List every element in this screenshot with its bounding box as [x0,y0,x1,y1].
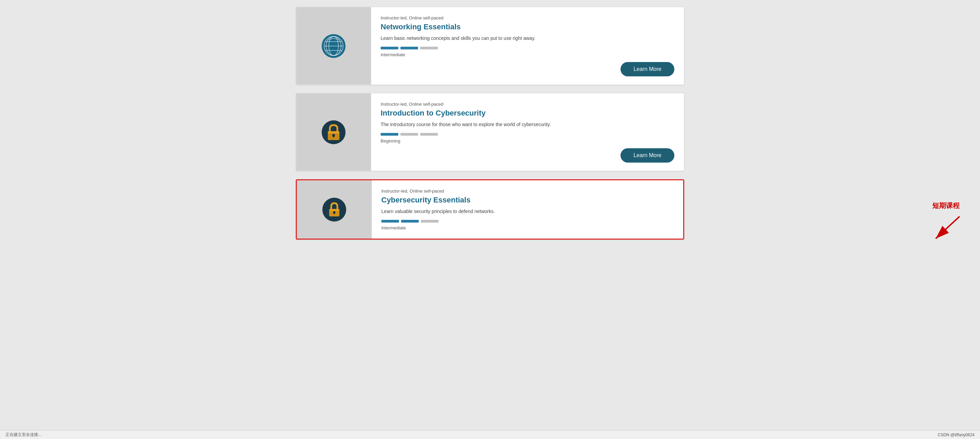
course-title-cybersecurity-essentials: Cybersecurity Essentials [381,196,674,205]
svg-line-16 [936,216,959,239]
card-footer: Learn More [380,143,675,162]
difficulty-label-intro-cybersecurity: Beginning [380,138,675,143]
course-content-networking-essentials: Instructor-led, Online self-paced Networ… [371,7,684,84]
difficulty-bars-intro-cybersecurity [380,133,675,136]
difficulty-bars-networking-essentials [380,47,675,49]
annotation-container: 短期课程 [926,201,966,244]
difficulty-label-cybersecurity-essentials: Intermediate [381,225,674,231]
difficulty-label-networking-essentials: Intermediate [380,52,675,57]
learn-more-button-networking-essentials[interactable]: Learn More [620,62,675,76]
course-card-cybersecurity-essentials: Instructor-led, Online self-paced Cybers… [296,179,684,240]
difficulty-segment [420,47,438,49]
difficulty-segment [380,47,398,49]
course-content-intro-cybersecurity: Instructor-led, Online self-paced Introd… [371,93,684,171]
course-content-cybersecurity-essentials: Instructor-led, Online self-paced Cybers… [372,180,683,239]
status-right: CSDN @tiffany0624 [938,433,975,437]
course-description-cybersecurity-essentials: Learn valuable security principles to de… [381,208,674,215]
card-footer: Learn More [380,57,675,76]
shield-lock-icon [322,198,346,221]
course-thumbnail-intro-cybersecurity [296,93,371,171]
status-bar: 正在建立安全连接... CSDN @tiffany0624 [0,430,980,439]
difficulty-segment [420,133,438,136]
status-left: 正在建立安全连接... [5,432,41,437]
course-type-intro-cybersecurity: Instructor-led, Online self-paced [380,102,675,107]
difficulty-segment [400,133,418,136]
course-type-cybersecurity-essentials: Instructor-led, Online self-paced [381,188,674,194]
difficulty-segment [380,133,398,136]
course-description-intro-cybersecurity: The introductory course for those who wa… [380,121,675,128]
networking-icon [322,34,345,58]
course-card-networking-essentials: Instructor-led, Online self-paced Networ… [296,7,684,85]
course-thumbnail-networking-essentials [296,7,371,84]
difficulty-segment [381,220,399,223]
difficulty-segment [421,220,439,223]
course-title-intro-cybersecurity: Introduction to Cybersecurity [380,109,675,118]
learn-more-button-intro-cybersecurity[interactable]: Learn More [620,148,675,162]
difficulty-segment [401,220,419,223]
annotation-label: 短期课程 [932,201,959,210]
course-description-networking-essentials: Learn basic networking concepts and skil… [380,35,675,42]
course-type-networking-essentials: Instructor-led, Online self-paced [380,15,675,21]
course-title-networking-essentials: Networking Essentials [380,22,675,31]
lock-icon [322,120,345,144]
course-card-intro-cybersecurity: Instructor-led, Online self-paced Introd… [296,93,684,171]
difficulty-segment [400,47,418,49]
course-thumbnail-cybersecurity-essentials [297,180,372,239]
annotation-arrow [926,213,966,244]
difficulty-bars-cybersecurity-essentials [381,220,674,223]
